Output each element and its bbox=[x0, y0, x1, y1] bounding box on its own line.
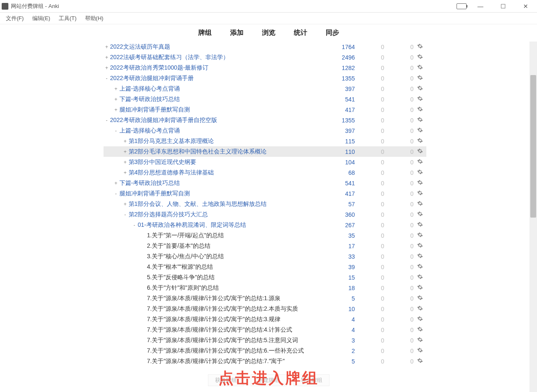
gear-icon[interactable] bbox=[414, 169, 426, 176]
expand-toggle[interactable]: + bbox=[104, 65, 110, 71]
expand-toggle[interactable]: + bbox=[113, 180, 119, 186]
gear-icon[interactable] bbox=[414, 211, 426, 218]
new-count: 541 bbox=[326, 180, 355, 187]
tool-sync[interactable]: 同步 bbox=[326, 29, 339, 37]
expand-toggle[interactable]: + bbox=[113, 107, 119, 113]
gear-icon[interactable] bbox=[414, 347, 426, 354]
menu-edit[interactable]: 编辑(E) bbox=[29, 13, 54, 23]
expand-toggle[interactable]: - bbox=[104, 75, 110, 81]
learn-count: 0 bbox=[355, 253, 384, 260]
deck-name[interactable]: 2022法硕考研基础配套练习（法学、非法学） bbox=[110, 54, 326, 61]
expand-toggle[interactable]: + bbox=[122, 149, 129, 155]
deck-name[interactable]: 下篇-考研政治技巧总结 bbox=[119, 96, 326, 103]
tool-stats[interactable]: 统计 bbox=[294, 29, 307, 37]
gear-icon[interactable] bbox=[414, 127, 426, 134]
expand-toggle[interactable]: + bbox=[113, 96, 119, 102]
gear-icon[interactable] bbox=[414, 138, 426, 145]
expand-toggle[interactable]: - bbox=[122, 212, 129, 218]
deck-name[interactable]: 第4部分思想道德修养与法律基础 bbox=[129, 169, 326, 177]
gear-icon[interactable] bbox=[414, 284, 426, 291]
deck-name[interactable]: 第3部分中国近现代史纲要 bbox=[129, 158, 326, 166]
menu-tools[interactable]: 工具(T) bbox=[55, 13, 80, 23]
maximize-button[interactable]: ☐ bbox=[493, 0, 513, 12]
gear-icon[interactable] bbox=[414, 117, 426, 124]
deck-name[interactable]: 腿姐冲刺背诵手册默写自测 bbox=[119, 190, 326, 197]
expand-toggle[interactable]: + bbox=[122, 170, 129, 176]
menu-help[interactable]: 帮助(H) bbox=[82, 13, 107, 23]
due-count: 0 bbox=[384, 232, 414, 239]
gear-icon[interactable] bbox=[414, 75, 426, 82]
learn-count: 0 bbox=[355, 201, 384, 208]
gear-icon[interactable] bbox=[414, 295, 426, 302]
scrollbar[interactable] bbox=[529, 42, 537, 392]
gear-icon[interactable] bbox=[414, 179, 426, 187]
gear-icon[interactable] bbox=[414, 96, 426, 103]
gear-icon[interactable] bbox=[414, 64, 426, 71]
deck-name[interactable]: 2022考研政治腿姐冲刺背诵手册 bbox=[110, 75, 326, 82]
gear-icon[interactable] bbox=[414, 158, 426, 166]
gear-icon[interactable] bbox=[414, 85, 426, 92]
deck-name[interactable]: 第2部分选择题高分技巧大汇总 bbox=[129, 211, 326, 218]
gear-icon[interactable] bbox=[414, 43, 426, 50]
gear-icon[interactable] bbox=[414, 54, 426, 61]
learn-count: 0 bbox=[355, 190, 384, 197]
due-count: 0 bbox=[384, 337, 414, 344]
minimize-button[interactable]: ― bbox=[471, 0, 490, 12]
deck-name[interactable]: 腿姐冲刺背诵手册默写自测 bbox=[119, 106, 326, 114]
gear-icon[interactable] bbox=[414, 106, 426, 113]
expand-toggle[interactable]: - bbox=[131, 222, 138, 228]
gear-icon[interactable] bbox=[414, 221, 426, 228]
expand-toggle[interactable]: + bbox=[122, 159, 129, 165]
deck-name[interactable]: 2022考研政治肖秀荣1000题-最新修订 bbox=[110, 64, 326, 72]
expand-toggle[interactable]: - bbox=[113, 128, 119, 134]
due-count: 0 bbox=[384, 264, 414, 270]
new-count: 35 bbox=[326, 232, 355, 239]
expand-toggle[interactable]: + bbox=[122, 138, 129, 144]
deck-name[interactable]: 上篇-选择核心考点背诵 bbox=[119, 85, 326, 93]
due-count: 0 bbox=[384, 96, 414, 103]
deck-row: 6.关于"方针"和"原则"的总结1800 bbox=[104, 283, 426, 293]
due-count: 0 bbox=[384, 211, 414, 218]
gear-icon[interactable] bbox=[414, 263, 426, 270]
battery-icon bbox=[457, 3, 467, 9]
gear-icon[interactable] bbox=[414, 326, 426, 333]
deck-name[interactable]: 2022考研政治腿姐冲刺背诵手册自挖空版 bbox=[110, 117, 326, 124]
close-button[interactable]: ✕ bbox=[516, 0, 535, 12]
gear-icon[interactable] bbox=[414, 253, 426, 260]
deck-name[interactable]: 01-考研政治各种易混淆词、限定词等总结 bbox=[138, 221, 326, 229]
due-count: 0 bbox=[384, 253, 414, 260]
deck-name: 7.关于"源泉/本质/规律/计算公式/寓于"的总结:6.一些补充公式 bbox=[147, 347, 326, 355]
gear-icon[interactable] bbox=[414, 200, 426, 208]
gear-icon[interactable] bbox=[414, 337, 426, 344]
tool-browse[interactable]: 浏览 bbox=[262, 29, 275, 37]
deck-name[interactable]: 2022文运法硕历年真题 bbox=[110, 43, 326, 51]
deck-name[interactable]: 上篇-选择核心考点背诵 bbox=[119, 127, 326, 135]
deck-name[interactable]: 第1部分会议、人物、文献、土地政策与思想解放总结 bbox=[129, 200, 326, 208]
gear-icon[interactable] bbox=[414, 242, 426, 249]
gear-icon[interactable] bbox=[414, 148, 426, 155]
deck-name[interactable]: 第2部分毛泽东思想和中国特色社会主义理论体系概论 bbox=[129, 148, 326, 156]
expand-toggle[interactable]: - bbox=[113, 191, 119, 197]
expand-toggle[interactable]: + bbox=[104, 44, 110, 50]
deck-name[interactable]: 第1部分马克思主义基本原理概论 bbox=[129, 138, 326, 145]
gear-icon[interactable] bbox=[414, 316, 426, 323]
expand-toggle[interactable]: + bbox=[104, 55, 110, 60]
due-count: 0 bbox=[384, 54, 414, 61]
scrollbar-thumb[interactable] bbox=[530, 75, 536, 218]
due-count: 0 bbox=[384, 327, 414, 333]
deck-name[interactable]: 下篇-考研政治技巧总结 bbox=[119, 179, 326, 187]
gear-icon[interactable] bbox=[414, 232, 426, 239]
tool-add[interactable]: 添加 bbox=[230, 29, 244, 37]
deck-row: -第2部分选择题高分技巧大汇总36000 bbox=[104, 209, 426, 220]
gear-icon[interactable] bbox=[414, 358, 426, 365]
expand-toggle[interactable]: - bbox=[104, 117, 110, 123]
new-count: 1282 bbox=[326, 65, 355, 71]
menu-file[interactable]: 文件(F) bbox=[3, 13, 27, 23]
due-count: 0 bbox=[384, 86, 414, 92]
expand-toggle[interactable]: + bbox=[122, 201, 129, 207]
tool-decks[interactable]: 牌组 bbox=[198, 29, 212, 37]
gear-icon[interactable] bbox=[414, 274, 426, 281]
expand-toggle[interactable]: + bbox=[113, 86, 119, 92]
gear-icon[interactable] bbox=[414, 305, 426, 312]
gear-icon[interactable] bbox=[414, 190, 426, 197]
